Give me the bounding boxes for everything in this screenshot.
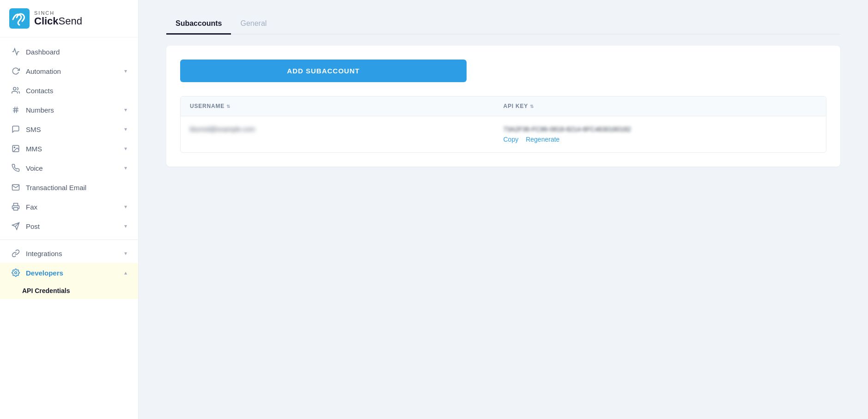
svg-line-4 [14, 107, 15, 113]
sidebar-item-automation[interactable]: Automation ▾ [0, 61, 138, 81]
apikey-actions: Copy Regenerate [504, 136, 817, 143]
svg-line-5 [17, 107, 18, 113]
nav-divider [0, 239, 138, 240]
phone-icon [11, 164, 20, 172]
username-sort-icon: ⇅ [226, 104, 231, 109]
chevron-down-icon: ▾ [124, 223, 127, 229]
sidebar-item-numbers[interactable]: Numbers ▾ [0, 100, 138, 120]
chevron-down-icon: ▾ [124, 165, 127, 171]
send-icon [11, 222, 20, 230]
sidebar-subitem-api-credentials[interactable]: API Credentials [0, 282, 138, 299]
logo-area: SINCH ClickSend [0, 0, 138, 37]
apikey-cell: 73A2F36-FC86-0818-8214-6FC4630180182 Cop… [504, 126, 817, 143]
content-area: Subaccounts General ADD SUBACCOUNT USERN… [139, 0, 868, 419]
subaccounts-card: ADD SUBACCOUNT USERNAME ⇅ API KEY ⇅ blur… [166, 46, 840, 167]
chevron-up-icon: ▴ [124, 269, 127, 276]
users-icon [11, 86, 20, 95]
copy-apikey-button[interactable]: Copy [504, 136, 519, 143]
chevron-down-icon: ▾ [124, 250, 127, 257]
table-row: blurred@example.com 73A2F36-FC86-0818-82… [181, 116, 826, 152]
apikey-header-label: API KEY [504, 103, 528, 109]
add-subaccount-button[interactable]: ADD SUBACCOUNT [180, 60, 467, 82]
sidebar-item-post[interactable]: Post ▾ [0, 216, 138, 236]
image-icon [11, 144, 20, 153]
sidebar-item-sms[interactable]: SMS ▾ [0, 120, 138, 139]
refresh-icon [11, 67, 20, 75]
api-credentials-label: API Credentials [22, 287, 127, 294]
username-column-header[interactable]: USERNAME ⇅ [190, 103, 504, 109]
sidebar-item-contacts[interactable]: Contacts [0, 81, 138, 100]
svg-point-7 [14, 147, 15, 148]
apikey-column-header[interactable]: API KEY ⇅ [504, 103, 817, 109]
hash-icon [11, 106, 20, 114]
printer-icon [11, 203, 20, 211]
transactional-email-label: Transactional Email [26, 184, 127, 192]
sms-label: SMS [26, 126, 124, 133]
integrations-label: Integrations [26, 250, 124, 257]
automation-label: Automation [26, 67, 124, 75]
chevron-down-icon: ▾ [124, 68, 127, 74]
post-label: Post [26, 222, 124, 230]
mms-label: MMS [26, 145, 124, 153]
numbers-label: Numbers [26, 106, 124, 114]
tab-subaccounts[interactable]: Subaccounts [166, 14, 231, 35]
contacts-label: Contacts [26, 87, 127, 95]
username-header-label: USERNAME [190, 103, 225, 109]
svg-point-11 [15, 272, 17, 274]
activity-icon [11, 48, 20, 56]
mail-icon [11, 183, 20, 192]
sidebar-item-transactional-email[interactable]: Transactional Email [0, 178, 138, 197]
sidebar-item-dashboard[interactable]: Dashboard [0, 42, 138, 61]
username-cell: blurred@example.com [190, 126, 504, 133]
main-content: Subaccounts General ADD SUBACCOUNT USERN… [139, 0, 868, 419]
gear-icon [11, 269, 20, 277]
regenerate-apikey-button[interactable]: Regenerate [526, 136, 559, 143]
dashboard-label: Dashboard [26, 48, 127, 56]
message-icon [11, 125, 20, 133]
clicksend-logo-icon [9, 8, 30, 29]
sidebar-item-integrations[interactable]: Integrations ▾ [0, 244, 138, 263]
tab-general[interactable]: General [231, 14, 276, 35]
clicksend-label: ClickSend [34, 16, 82, 27]
subaccounts-table: USERNAME ⇅ API KEY ⇅ blurred@example.com… [180, 96, 826, 153]
apikey-sort-icon: ⇅ [530, 104, 534, 109]
sidebar-item-developers[interactable]: Developers ▴ [0, 263, 138, 282]
svg-rect-8 [14, 208, 18, 210]
tabs: Subaccounts General [166, 14, 840, 35]
voice-label: Voice [26, 164, 124, 172]
sidebar-item-voice[interactable]: Voice ▾ [0, 158, 138, 178]
chevron-down-icon: ▾ [124, 204, 127, 210]
developers-label: Developers [26, 269, 124, 277]
table-header: USERNAME ⇅ API KEY ⇅ [181, 96, 826, 116]
apikey-value: 73A2F36-FC86-0818-8214-6FC4630180182 [504, 126, 817, 133]
chevron-down-icon: ▾ [124, 145, 127, 152]
logo-text: SINCH ClickSend [34, 10, 82, 27]
nav-menu: Dashboard Automation ▾ Contacts Numbers … [0, 37, 138, 419]
chevron-down-icon: ▾ [124, 107, 127, 113]
sidebar-item-mms[interactable]: MMS ▾ [0, 139, 138, 158]
sidebar-item-fax[interactable]: Fax ▾ [0, 197, 138, 216]
fax-label: Fax [26, 203, 124, 211]
svg-point-1 [13, 87, 16, 90]
sidebar: SINCH ClickSend Dashboard Automation ▾ C… [0, 0, 139, 419]
chevron-down-icon: ▾ [124, 126, 127, 132]
link-icon [11, 249, 20, 257]
